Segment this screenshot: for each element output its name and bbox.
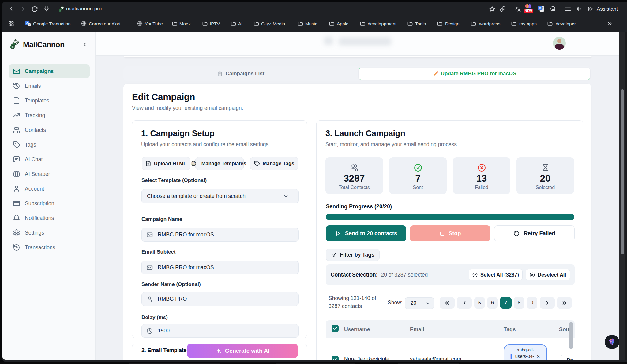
svg-text:A: A	[28, 24, 30, 26]
svg-text:G: G	[539, 6, 541, 9]
